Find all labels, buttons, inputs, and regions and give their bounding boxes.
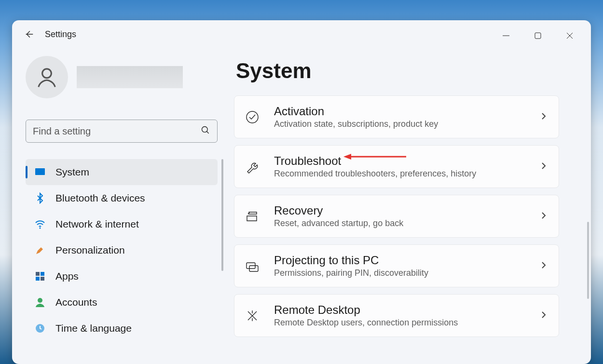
- svg-rect-0: [535, 33, 541, 39]
- svg-point-1: [42, 69, 52, 78]
- clock-icon: [34, 323, 46, 334]
- chevron-right-icon: [539, 211, 548, 222]
- profile-name-redacted: [77, 66, 183, 88]
- card-title: Troubleshoot: [274, 154, 476, 168]
- chevron-right-icon: [539, 112, 548, 122]
- svg-rect-7: [36, 277, 40, 281]
- card-remote-desktop[interactable]: Remote Desktop Remote Desktop users, con…: [234, 294, 559, 337]
- svg-rect-8: [41, 277, 44, 281]
- sidebar-item-personalization[interactable]: Personalization: [26, 237, 218, 263]
- minimize-button[interactable]: [498, 28, 514, 43]
- sidebar-item-label: Personalization: [55, 244, 125, 256]
- card-title: Projecting to this PC: [274, 254, 428, 267]
- settings-window: Settings System: [12, 20, 591, 364]
- main-content: System Activation Activation state, subs…: [234, 48, 591, 364]
- wifi-icon: [34, 218, 46, 230]
- sidebar-nav: System Bluetooth & devices Network & int…: [26, 159, 218, 341]
- sidebar: System Bluetooth & devices Network & int…: [12, 48, 234, 364]
- projecting-icon: [244, 258, 260, 274]
- svg-point-2: [202, 127, 208, 133]
- card-projecting[interactable]: Projecting to this PC Permissions, pairi…: [234, 244, 559, 287]
- remote-desktop-icon: [244, 308, 260, 324]
- sidebar-item-label: Network & internet: [55, 218, 139, 230]
- search-input[interactable]: [26, 120, 218, 143]
- chevron-right-icon: [539, 310, 548, 321]
- card-troubleshoot[interactable]: Troubleshoot Recommended troubleshooters…: [234, 145, 559, 188]
- sidebar-item-network[interactable]: Network & internet: [26, 211, 218, 237]
- card-subtitle: Activation state, subscriptions, product…: [274, 119, 438, 129]
- svg-rect-6: [41, 272, 44, 276]
- sidebar-item-time[interactable]: Time & language: [26, 315, 218, 341]
- avatar: [26, 56, 68, 98]
- app-title: Settings: [45, 29, 76, 40]
- chevron-right-icon: [539, 162, 548, 172]
- card-subtitle: Remote Desktop users, connection permiss…: [274, 318, 458, 328]
- svg-rect-3: [35, 168, 45, 175]
- system-icon: [34, 166, 46, 178]
- chevron-right-icon: [539, 261, 548, 271]
- brush-icon: [34, 244, 46, 256]
- svg-point-4: [40, 228, 41, 229]
- bluetooth-icon: [34, 192, 46, 204]
- sidebar-item-label: Bluetooth & devices: [55, 192, 145, 204]
- card-activation[interactable]: Activation Activation state, subscriptio…: [234, 95, 559, 138]
- sidebar-item-accounts[interactable]: Accounts: [26, 289, 218, 315]
- card-title: Activation: [274, 105, 438, 118]
- sidebar-item-label: System: [55, 166, 89, 178]
- search-field[interactable]: [33, 126, 197, 137]
- settings-cards: Activation Activation state, subscriptio…: [234, 95, 559, 337]
- sidebar-item-apps[interactable]: Apps: [26, 263, 218, 289]
- search-icon: [201, 125, 210, 137]
- page-title: System: [236, 59, 577, 83]
- card-title: Remote Desktop: [274, 303, 458, 317]
- accounts-icon: [34, 297, 46, 308]
- apps-icon: [34, 270, 46, 282]
- card-recovery[interactable]: Recovery Reset, advanced startup, go bac…: [234, 195, 559, 238]
- svg-point-9: [38, 298, 42, 303]
- close-button[interactable]: [562, 28, 577, 43]
- svg-point-11: [247, 111, 258, 123]
- sidebar-item-label: Time & language: [55, 323, 132, 334]
- wrench-icon: [244, 159, 260, 175]
- card-subtitle: Recommended troubleshooters, preferences…: [274, 169, 476, 179]
- titlebar: Settings: [12, 20, 591, 48]
- sidebar-item-bluetooth[interactable]: Bluetooth & devices: [26, 185, 218, 211]
- main-scrollbar[interactable]: [587, 222, 589, 299]
- sidebar-item-system[interactable]: System: [26, 159, 218, 185]
- sidebar-item-label: Accounts: [55, 297, 97, 308]
- back-button[interactable]: [21, 26, 37, 42]
- profile-section[interactable]: [26, 56, 224, 98]
- card-title: Recovery: [274, 204, 403, 217]
- sidebar-item-label: Apps: [55, 270, 79, 282]
- card-subtitle: Permissions, pairing PIN, discoverabilit…: [274, 268, 428, 278]
- check-circle-icon: [244, 109, 260, 125]
- sidebar-scrollbar[interactable]: [221, 159, 223, 271]
- svg-rect-5: [36, 272, 40, 276]
- card-subtitle: Reset, advanced startup, go back: [274, 218, 403, 229]
- maximize-button[interactable]: [530, 28, 546, 43]
- window-controls: [485, 20, 591, 51]
- recovery-icon: [244, 208, 260, 225]
